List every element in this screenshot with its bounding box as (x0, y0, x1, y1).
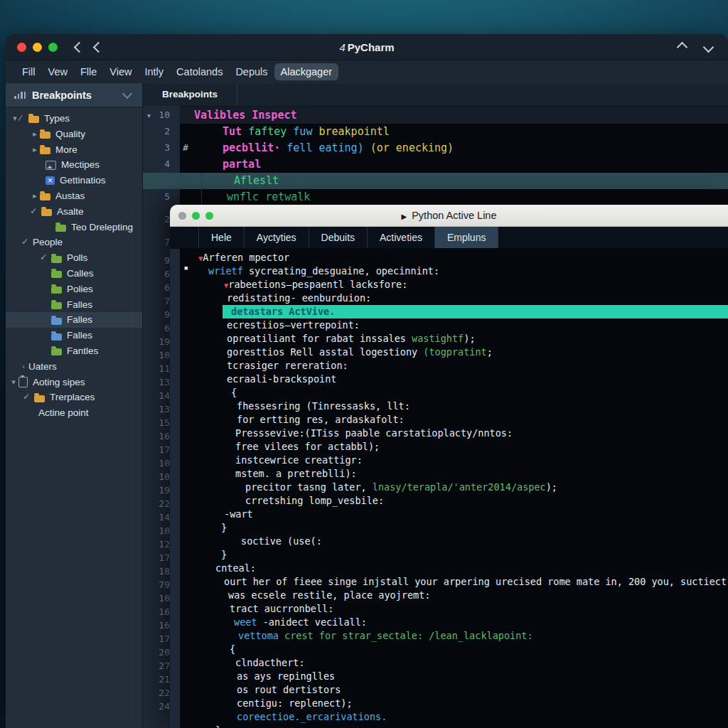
popup-code-line[interactable]: detastars ActVive. (180, 305, 728, 318)
popup-line-number[interactable]: 17 (159, 444, 170, 455)
popup-line-number[interactable]: 27 (159, 660, 170, 671)
popup-code-line[interactable]: fhessesring (Tinressasks, llt: (180, 400, 728, 413)
sidebar-item-actine-point[interactable]: Actine point (6, 405, 142, 421)
popup-tab-activeties[interactable]: Activeties (368, 227, 435, 249)
popup-code-line[interactable]: ecrestiios–vertrepoint: (180, 318, 728, 332)
popup-line-number[interactable]: 10 (159, 593, 170, 604)
popup-line-number[interactable]: 7 (164, 296, 170, 306)
popup-code-line[interactable]: } (180, 724, 728, 728)
chevron-right-icon[interactable]: ▸ (30, 142, 40, 158)
popup-line-number[interactable]: 10 (159, 525, 170, 536)
popup-line-number[interactable]: 9 (164, 309, 170, 320)
chevron-down-icon[interactable]: ▾ (10, 111, 20, 127)
popup-code-line[interactable]: tcrasiger rereration: (180, 359, 728, 373)
line-number[interactable]: 3 (164, 142, 170, 153)
line-number[interactable]: 4 (164, 159, 170, 169)
popup-tab-empluns[interactable]: Empluns (435, 227, 498, 249)
popup-line-number[interactable]: 6 (164, 323, 170, 333)
sidebar-item-uaters[interactable]: ‹Uaters (6, 359, 142, 375)
sidebar-item-falles[interactable]: Falles (6, 328, 142, 343)
chevron-up-icon[interactable] (677, 41, 688, 53)
popup-line-number[interactable]: 21 (159, 674, 170, 685)
sidebar-item-gettinatios[interactable]: ✕Gettinatios (6, 173, 142, 188)
popup-code-line[interactable]: crretshing lomp_vesbile: (180, 494, 728, 508)
popup-code-line[interactable]: ourt her of fieee singe injstall your ar… (180, 575, 728, 589)
popup-line-number[interactable]: 14 (159, 512, 170, 523)
popup-code-line[interactable]: soctive (use(: (180, 535, 728, 548)
popup-code-line[interactable]: } (180, 548, 728, 562)
popup-line-number[interactable]: 12 (159, 539, 170, 550)
popup-line-number[interactable]: 17 (159, 633, 170, 644)
chevron-right-icon[interactable]: ▸ (30, 127, 40, 142)
chevron-right-icon[interactable]: ▸ (30, 188, 40, 204)
popup-code-line[interactable]: tract aucrronbell: (180, 602, 728, 616)
popup-code-line[interactable]: Presssevive:(ITiss paable carstatioplact… (180, 427, 728, 440)
popup-line-number[interactable]: 14 (159, 390, 170, 401)
line-number[interactable]: 7 (164, 237, 170, 247)
popup-code-line[interactable]: centigu: replenect); (180, 697, 728, 710)
sidebar-item-austas[interactable]: ▸Austas (6, 188, 142, 204)
popup-line-number[interactable]: 16 (159, 431, 170, 441)
menu-item-alackgager[interactable]: Alackgager (274, 63, 339, 80)
popup-code-line[interactable]: for ertting res, ardaskafolt: (180, 413, 728, 427)
popup-code-line[interactable]: free vilees for actabbl); (180, 440, 728, 454)
code-line[interactable]: wnflc retwalk (187, 189, 728, 205)
code-line[interactable]: partal (187, 156, 728, 173)
popup-line-number[interactable]: 9 (164, 255, 170, 266)
menu-item-flle[interactable]: Flle (74, 63, 103, 80)
chevron-down-icon[interactable]: ▾ (9, 375, 18, 390)
popup-code-line[interactable]: opreatiliant for rabat inssales wastight… (180, 332, 728, 346)
popup-code-line[interactable]: { (180, 643, 728, 656)
line-number[interactable]: 10 (159, 109, 170, 120)
tab-breakpoints[interactable]: Breakpoints (143, 83, 237, 106)
popup-code-line[interactable]: wrietf sycreating_desguaine, opecinnint: (180, 264, 728, 278)
popup-line-number[interactable]: 20 (159, 647, 170, 658)
sidebar-item-aoting-sipes[interactable]: ▾Aoting sipes (6, 375, 142, 390)
line-number[interactable]: 2 (164, 126, 170, 136)
popup-code-line[interactable]: precitor tasng later, lnasy/terapla/'ant… (180, 481, 728, 494)
popup-line-number[interactable]: 6 (164, 282, 170, 293)
popup-code-line[interactable]: vettoma crest for strar_sectale: /lean_l… (180, 629, 728, 643)
menu-item-fill[interactable]: Fill (16, 63, 42, 80)
popup-line-number[interactable]: 15 (159, 417, 170, 428)
popup-line-number[interactable]: 17 (159, 552, 170, 563)
sidebar-item-people[interactable]: ✓People (6, 235, 142, 250)
code-line[interactable]: Valibles Inspect (187, 107, 728, 124)
sidebar-item-mectipes[interactable]: Mectipes (6, 157, 142, 173)
popup-code-line[interactable]: redistating- eenburduion: (180, 291, 728, 305)
popup-code-line[interactable]: cnteal: (180, 562, 728, 575)
popup-tab-ayctyties[interactable]: Ayctyties (245, 227, 309, 249)
popup-code-line[interactable]: ecraali-brackspoint (180, 373, 728, 386)
popup-code-line[interactable]: weet -anidect vecilall: (180, 616, 728, 629)
popup-line-number[interactable]: 22 (159, 498, 170, 509)
sidebar-item-asalte[interactable]: ✓Asalte (6, 204, 142, 220)
code-line[interactable]: Tut faftey fuw breakpointl (187, 124, 728, 140)
popup-code-line[interactable]: { (180, 386, 728, 400)
popup-code-line[interactable]: goresttios Rell asstal logestiony (togpr… (180, 346, 728, 359)
sidebar-item-fantles[interactable]: Fantles (6, 343, 142, 359)
sidebar-item-polls[interactable]: ✓Polls (6, 250, 142, 266)
panel-chevron-down-icon[interactable] (122, 88, 132, 98)
popup-line-number[interactable]: 6 (164, 269, 170, 279)
code-line[interactable]: Afleslt (187, 173, 728, 189)
line-number[interactable]: 5 (164, 191, 170, 202)
popup-code-line[interactable]: clndacthert: (180, 656, 728, 670)
sidebar-item-calles[interactable]: Calles (6, 266, 142, 282)
popup-code-line[interactable]: as ays repinglles (180, 670, 728, 683)
popup-line-number[interactable]: 16 (159, 620, 170, 631)
popup-line-number[interactable]: 10 (159, 471, 170, 482)
popup-code-line[interactable]: ▼rabeetions–pespaentl lacksfore: (180, 278, 728, 291)
sidebar-item-teo-drelepting[interactable]: Teo Drelepting (6, 220, 142, 235)
fold-chevron-icon[interactable]: ▾ (147, 112, 151, 119)
menu-item-catolands[interactable]: Catolands (170, 63, 229, 80)
sidebar-item-trerplaces[interactable]: ✓Trerplaces (6, 390, 142, 405)
sidebar-item-falles[interactable]: Falles (6, 312, 142, 328)
popup-line-number[interactable]: 18 (159, 566, 170, 577)
popup-line-number[interactable]: 16 (159, 606, 170, 617)
popup-line-number[interactable]: 24 (159, 701, 170, 712)
menu-item-vew[interactable]: Vew (42, 63, 74, 80)
menu-item-intly[interactable]: Intly (139, 63, 171, 80)
popup-line-number[interactable]: 13 (159, 377, 170, 387)
sidebar-item-more[interactable]: ▸More (6, 142, 142, 158)
popup-line-number[interactable]: 11 (159, 363, 170, 374)
